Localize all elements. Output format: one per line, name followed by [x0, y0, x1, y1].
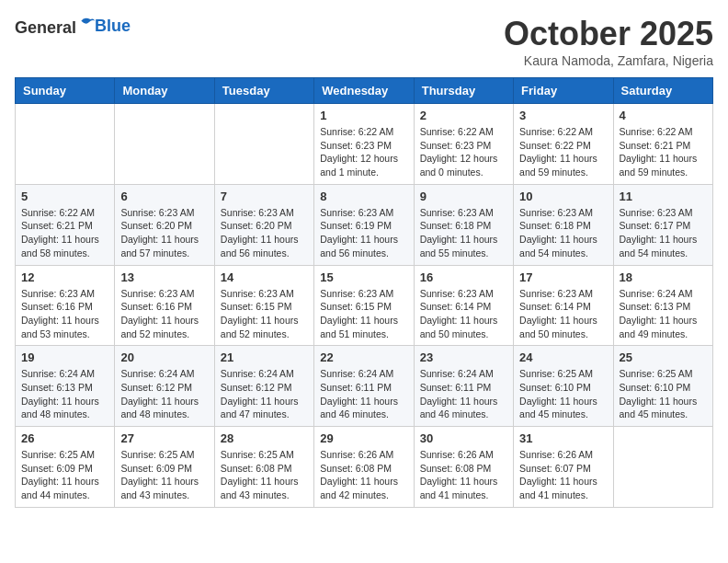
- calendar-body: 1Sunrise: 6:22 AM Sunset: 6:23 PM Daylig…: [16, 104, 713, 508]
- calendar-cell: 3Sunrise: 6:22 AM Sunset: 6:22 PM Daylig…: [514, 104, 613, 185]
- calendar-week-row: 19Sunrise: 6:24 AM Sunset: 6:13 PM Dayli…: [16, 346, 713, 427]
- calendar-cell: 6Sunrise: 6:23 AM Sunset: 6:20 PM Daylig…: [115, 184, 214, 265]
- weekday-header-sunday: Sunday: [16, 78, 115, 104]
- calendar-cell: 10Sunrise: 6:23 AM Sunset: 6:18 PM Dayli…: [514, 184, 613, 265]
- day-info: Sunrise: 6:26 AM Sunset: 6:08 PM Dayligh…: [320, 448, 407, 502]
- day-number: 11: [620, 190, 707, 203]
- calendar-cell: 29Sunrise: 6:26 AM Sunset: 6:08 PM Dayli…: [314, 427, 414, 508]
- calendar-week-row: 12Sunrise: 6:23 AM Sunset: 6:16 PM Dayli…: [16, 265, 713, 346]
- day-number: 30: [420, 431, 507, 445]
- calendar-cell: [613, 427, 712, 508]
- day-number: 1: [320, 109, 407, 122]
- day-number: 27: [120, 431, 208, 445]
- day-info: Sunrise: 6:24 AM Sunset: 6:12 PM Dayligh…: [221, 367, 308, 421]
- day-info: Sunrise: 6:23 AM Sunset: 6:15 PM Dayligh…: [320, 287, 407, 341]
- day-number: 25: [620, 350, 707, 364]
- month-title: October 2025: [504, 15, 713, 53]
- day-number: 13: [120, 270, 208, 284]
- logo-bird-icon: [78, 15, 97, 33]
- day-info: Sunrise: 6:26 AM Sunset: 6:07 PM Dayligh…: [519, 448, 607, 502]
- weekday-header-friday: Friday: [514, 78, 613, 104]
- calendar-cell: 4Sunrise: 6:22 AM Sunset: 6:21 PM Daylig…: [613, 104, 712, 185]
- calendar-cell: 31Sunrise: 6:26 AM Sunset: 6:07 PM Dayli…: [514, 427, 613, 508]
- day-number: 20: [120, 350, 208, 364]
- day-number: 12: [21, 270, 108, 284]
- day-number: 15: [320, 270, 407, 284]
- day-info: Sunrise: 6:22 AM Sunset: 6:23 PM Dayligh…: [420, 125, 507, 179]
- calendar-cell: 14Sunrise: 6:23 AM Sunset: 6:15 PM Dayli…: [214, 265, 313, 346]
- day-number: 28: [221, 431, 308, 445]
- day-number: 14: [221, 270, 308, 284]
- weekday-header-wednesday: Wednesday: [314, 78, 414, 104]
- day-number: 6: [120, 190, 208, 203]
- day-number: 17: [519, 270, 607, 284]
- calendar-cell: 7Sunrise: 6:23 AM Sunset: 6:20 PM Daylig…: [214, 184, 313, 265]
- day-info: Sunrise: 6:23 AM Sunset: 6:16 PM Dayligh…: [120, 287, 208, 341]
- day-info: Sunrise: 6:26 AM Sunset: 6:08 PM Dayligh…: [420, 448, 507, 502]
- day-number: 21: [221, 350, 308, 364]
- day-number: 22: [320, 350, 407, 364]
- calendar-cell: 15Sunrise: 6:23 AM Sunset: 6:15 PM Dayli…: [314, 265, 414, 346]
- calendar-cell: 28Sunrise: 6:25 AM Sunset: 6:08 PM Dayli…: [214, 427, 313, 508]
- header: General Blue October 2025 Kaura Namoda, …: [15, 15, 713, 68]
- day-number: 2: [420, 109, 507, 122]
- day-number: 9: [420, 190, 507, 203]
- calendar-cell: 17Sunrise: 6:23 AM Sunset: 6:14 PM Dayli…: [514, 265, 613, 346]
- calendar-cell: 26Sunrise: 6:25 AM Sunset: 6:09 PM Dayli…: [16, 427, 115, 508]
- location-subtitle: Kaura Namoda, Zamfara, Nigeria: [504, 53, 713, 68]
- calendar-week-row: 1Sunrise: 6:22 AM Sunset: 6:23 PM Daylig…: [16, 104, 713, 185]
- calendar-cell: 1Sunrise: 6:22 AM Sunset: 6:23 PM Daylig…: [314, 104, 414, 185]
- day-info: Sunrise: 6:22 AM Sunset: 6:21 PM Dayligh…: [620, 125, 707, 179]
- day-info: Sunrise: 6:24 AM Sunset: 6:12 PM Dayligh…: [120, 367, 208, 421]
- day-info: Sunrise: 6:24 AM Sunset: 6:13 PM Dayligh…: [21, 367, 108, 421]
- day-number: 19: [21, 350, 108, 364]
- day-number: 8: [320, 190, 407, 203]
- logo: General Blue: [15, 15, 131, 39]
- day-info: Sunrise: 6:23 AM Sunset: 6:18 PM Dayligh…: [420, 206, 507, 260]
- day-number: 5: [21, 190, 108, 203]
- day-info: Sunrise: 6:25 AM Sunset: 6:10 PM Dayligh…: [519, 367, 607, 421]
- day-info: Sunrise: 6:22 AM Sunset: 6:22 PM Dayligh…: [519, 125, 607, 179]
- day-info: Sunrise: 6:25 AM Sunset: 6:08 PM Dayligh…: [221, 448, 308, 502]
- day-number: 18: [620, 270, 707, 284]
- day-number: 26: [21, 431, 108, 445]
- day-number: 16: [420, 270, 507, 284]
- calendar-cell: 24Sunrise: 6:25 AM Sunset: 6:10 PM Dayli…: [514, 346, 613, 427]
- day-info: Sunrise: 6:23 AM Sunset: 6:20 PM Dayligh…: [221, 206, 308, 260]
- calendar-cell: 2Sunrise: 6:22 AM Sunset: 6:23 PM Daylig…: [414, 104, 513, 185]
- calendar-cell: 11Sunrise: 6:23 AM Sunset: 6:17 PM Dayli…: [613, 184, 712, 265]
- calendar-cell: 18Sunrise: 6:24 AM Sunset: 6:13 PM Dayli…: [613, 265, 712, 346]
- calendar-cell: [115, 104, 214, 185]
- day-info: Sunrise: 6:24 AM Sunset: 6:11 PM Dayligh…: [420, 367, 507, 421]
- day-info: Sunrise: 6:23 AM Sunset: 6:14 PM Dayligh…: [420, 287, 507, 341]
- day-info: Sunrise: 6:24 AM Sunset: 6:13 PM Dayligh…: [620, 287, 707, 341]
- calendar-cell: 19Sunrise: 6:24 AM Sunset: 6:13 PM Dayli…: [16, 346, 115, 427]
- day-number: 7: [221, 190, 308, 203]
- calendar-cell: [16, 104, 115, 185]
- calendar-cell: 30Sunrise: 6:26 AM Sunset: 6:08 PM Dayli…: [414, 427, 513, 508]
- calendar-cell: 8Sunrise: 6:23 AM Sunset: 6:19 PM Daylig…: [314, 184, 414, 265]
- calendar-cell: 21Sunrise: 6:24 AM Sunset: 6:12 PM Dayli…: [214, 346, 313, 427]
- day-number: 10: [519, 190, 607, 203]
- calendar-cell: 25Sunrise: 6:25 AM Sunset: 6:10 PM Dayli…: [613, 346, 712, 427]
- calendar-week-row: 26Sunrise: 6:25 AM Sunset: 6:09 PM Dayli…: [16, 427, 713, 508]
- logo-blue: Blue: [95, 17, 131, 35]
- calendar-cell: 20Sunrise: 6:24 AM Sunset: 6:12 PM Dayli…: [115, 346, 214, 427]
- calendar-cell: 13Sunrise: 6:23 AM Sunset: 6:16 PM Dayli…: [115, 265, 214, 346]
- day-number: 23: [420, 350, 507, 364]
- day-info: Sunrise: 6:23 AM Sunset: 6:14 PM Dayligh…: [519, 287, 607, 341]
- day-info: Sunrise: 6:24 AM Sunset: 6:11 PM Dayligh…: [320, 367, 407, 421]
- logo-general: General: [15, 18, 76, 37]
- calendar-cell: 5Sunrise: 6:22 AM Sunset: 6:21 PM Daylig…: [16, 184, 115, 265]
- day-info: Sunrise: 6:23 AM Sunset: 6:19 PM Dayligh…: [320, 206, 407, 260]
- day-info: Sunrise: 6:22 AM Sunset: 6:21 PM Dayligh…: [21, 206, 108, 260]
- day-info: Sunrise: 6:23 AM Sunset: 6:18 PM Dayligh…: [519, 206, 607, 260]
- calendar-week-row: 5Sunrise: 6:22 AM Sunset: 6:21 PM Daylig…: [16, 184, 713, 265]
- calendar-cell: 12Sunrise: 6:23 AM Sunset: 6:16 PM Dayli…: [16, 265, 115, 346]
- weekday-header-tuesday: Tuesday: [214, 78, 313, 104]
- day-info: Sunrise: 6:23 AM Sunset: 6:15 PM Dayligh…: [221, 287, 308, 341]
- weekday-header-saturday: Saturday: [613, 78, 712, 104]
- weekday-header-row: SundayMondayTuesdayWednesdayThursdayFrid…: [16, 78, 713, 104]
- calendar-cell: 9Sunrise: 6:23 AM Sunset: 6:18 PM Daylig…: [414, 184, 513, 265]
- day-info: Sunrise: 6:22 AM Sunset: 6:23 PM Dayligh…: [320, 125, 407, 179]
